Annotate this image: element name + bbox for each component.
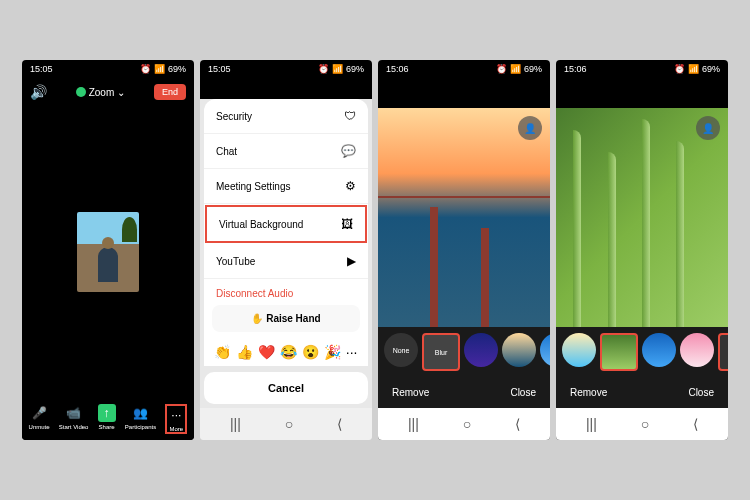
emoji-party[interactable]: 🎉 — [324, 344, 341, 360]
bg-option-bridge[interactable] — [502, 333, 536, 367]
pip-avatar[interactable]: 👤 — [696, 116, 720, 140]
nav-home[interactable]: ○ — [641, 416, 649, 432]
emoji-laugh[interactable]: 😂 — [280, 344, 297, 360]
bg-option-space[interactable] — [464, 333, 498, 367]
status-time: 15:05 — [208, 64, 231, 74]
raise-hand-button[interactable]: ✋ Raise Hand — [212, 305, 360, 332]
phone2-top: 15:05 ⏰📶69% — [200, 60, 372, 99]
share-button[interactable]: ↑Share — [98, 404, 116, 434]
bridge-graphic — [378, 196, 550, 198]
status-time: 15:06 — [386, 64, 409, 74]
more-menu-sheet: Security🛡 Chat💬 Meeting Settings⚙ Virtua… — [204, 99, 368, 366]
nav-back[interactable]: ⟨ — [515, 416, 520, 432]
phone-screen-2: 15:05 ⏰📶69% Security🛡 Chat💬 Meeting Sett… — [200, 60, 372, 440]
status-time: 15:06 — [564, 64, 587, 74]
share-icon: ↑ — [98, 404, 116, 422]
bg-option-sky[interactable] — [540, 333, 550, 367]
grass-graphic — [676, 141, 684, 327]
bg-option-grass[interactable] — [600, 333, 638, 371]
zoom-badge[interactable]: Zoom ⌄ — [76, 87, 126, 98]
gear-icon: ⚙ — [345, 179, 356, 193]
shield-icon: 🛡 — [344, 109, 356, 123]
grass-graphic — [642, 119, 650, 327]
emoji-more[interactable]: ··· — [346, 344, 358, 360]
menu-settings[interactable]: Meeting Settings⚙ — [204, 169, 368, 204]
remove-button[interactable]: Remove — [392, 387, 429, 398]
phone-screen-1: 15:05 ⏰ 📶 69% 🔊 Zoom ⌄ End 🎤Unmute 📹Star… — [22, 60, 194, 440]
menu-virtual-background[interactable]: Virtual Background🖼 — [205, 205, 367, 243]
nav-back[interactable]: ⟨ — [337, 416, 342, 432]
nav-recent[interactable]: ||| — [230, 416, 241, 432]
emoji-clap[interactable]: 👏 — [214, 344, 231, 360]
people-icon: 👥 — [131, 404, 149, 422]
grass-graphic — [608, 152, 616, 327]
signal-icon: 📶 — [154, 64, 165, 74]
emoji-reactions: 👏 👍 ❤️ 😂 😮 🎉 ··· — [204, 338, 368, 366]
android-nav: ||| ○ ⟨ — [556, 408, 728, 440]
emoji-wow[interactable]: 😮 — [302, 344, 319, 360]
unmute-button[interactable]: 🎤Unmute — [29, 404, 50, 434]
close-button[interactable]: Close — [688, 387, 714, 398]
phone-screen-4: 15:06 ⏰📶69% 👤 + Remove Close ||| ○ ⟨ — [556, 60, 728, 440]
zoom-label: Zoom — [89, 87, 115, 98]
chevron-down-icon: ⌄ — [117, 87, 125, 98]
bg-option-beach[interactable] — [562, 333, 596, 367]
bg-option-add[interactable]: + — [718, 333, 728, 371]
nav-home[interactable]: ○ — [463, 416, 471, 432]
menu-security[interactable]: Security🛡 — [204, 99, 368, 134]
bridge-graphic — [481, 228, 489, 327]
camera-icon: 📹 — [65, 404, 83, 422]
chat-icon: 💬 — [341, 144, 356, 158]
video-tile[interactable] — [77, 212, 139, 292]
dots-icon: ··· — [167, 406, 185, 424]
status-bar: 15:06 ⏰📶69% — [556, 60, 728, 78]
nav-home[interactable]: ○ — [285, 416, 293, 432]
emoji-thumbsup[interactable]: 👍 — [236, 344, 253, 360]
status-bar: 15:06 ⏰📶69% — [378, 60, 550, 78]
menu-chat[interactable]: Chat💬 — [204, 134, 368, 169]
meeting-toolbar: 🎤Unmute 📹Start Video ↑Share 👥Participant… — [22, 398, 194, 440]
emoji-heart[interactable]: ❤️ — [258, 344, 275, 360]
close-button[interactable]: Close — [510, 387, 536, 398]
participants-button[interactable]: 👥Participants — [125, 404, 156, 434]
cancel-button[interactable]: Cancel — [204, 372, 368, 404]
bottom-actions: Remove Close — [556, 377, 728, 408]
grass-graphic — [573, 130, 581, 327]
background-preview-grass: 👤 — [556, 108, 728, 327]
bottom-actions: Remove Close — [378, 377, 550, 408]
nav-back[interactable]: ⟨ — [693, 416, 698, 432]
bridge-graphic — [430, 207, 438, 327]
bg-option-blue[interactable] — [642, 333, 676, 367]
person-graphic — [98, 247, 118, 282]
background-selector: None Blur — [378, 327, 550, 377]
youtube-icon: ▶ — [347, 254, 356, 268]
android-nav: ||| ○ ⟨ — [378, 408, 550, 440]
more-button[interactable]: ···More — [165, 404, 187, 434]
nav-recent[interactable]: ||| — [408, 416, 419, 432]
bg-option-none[interactable]: None — [384, 333, 418, 367]
speaker-icon[interactable]: 🔊 — [30, 84, 47, 100]
bg-option-pink[interactable] — [680, 333, 714, 367]
background-selector: + — [556, 327, 728, 377]
remove-button[interactable]: Remove — [570, 387, 607, 398]
status-bar: 15:05 ⏰📶69% — [200, 60, 372, 78]
end-button[interactable]: End — [154, 84, 186, 100]
meeting-topbar: 🔊 Zoom ⌄ End — [22, 78, 194, 106]
android-nav: ||| ○ ⟨ — [200, 408, 372, 440]
battery-percent: 69% — [168, 64, 186, 74]
nav-recent[interactable]: ||| — [586, 416, 597, 432]
tree-graphic — [122, 217, 137, 242]
alarm-icon: ⏰ — [140, 64, 151, 74]
bg-option-blur[interactable]: Blur — [422, 333, 460, 371]
background-icon: 🖼 — [341, 217, 353, 231]
status-time: 15:05 — [30, 64, 53, 74]
spacer — [378, 78, 550, 108]
spacer — [556, 78, 728, 108]
start-video-button[interactable]: 📹Start Video — [59, 404, 89, 434]
phone-screen-3: 15:06 ⏰📶69% 👤 None Blur Remove Close |||… — [378, 60, 550, 440]
menu-disconnect[interactable]: Disconnect Audio — [204, 279, 368, 299]
menu-youtube[interactable]: YouTube▶ — [204, 244, 368, 279]
status-bar: 15:05 ⏰ 📶 69% — [22, 60, 194, 78]
pip-avatar[interactable]: 👤 — [518, 116, 542, 140]
shield-icon — [76, 87, 86, 97]
